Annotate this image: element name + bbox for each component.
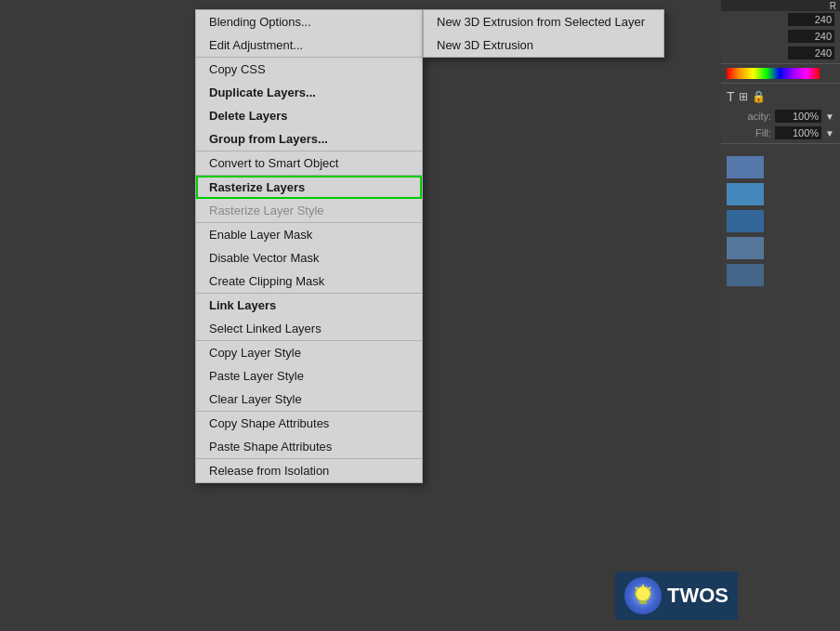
value-input-1[interactable] <box>788 13 834 26</box>
menu-section-6: Link Layers Select Linked Layers <box>196 294 422 341</box>
menu-section-1: Blending Options... Edit Adjustment... <box>196 10 422 58</box>
fill-row: Fill: ▼ <box>721 125 840 141</box>
layer-swatch-5 <box>727 264 764 286</box>
value-row-2 <box>721 28 840 45</box>
list-item <box>725 182 836 206</box>
menu-item-group-from-layers[interactable]: Group from Layers... <box>196 127 422 151</box>
color-gradient-bar <box>727 68 820 79</box>
panel-top-indicator: R <box>830 1 836 11</box>
menu-item-duplicate-layers[interactable]: Duplicate Layers... <box>196 81 422 104</box>
context-menu: Blending Options... Edit Adjustment... C… <box>195 9 423 483</box>
transform-icon[interactable]: ⊞ <box>739 90 748 103</box>
fill-label: Fill: <box>755 127 771 138</box>
layers-area <box>721 151 840 291</box>
twos-bulb-icon <box>624 577 662 614</box>
twos-text: TWOS <box>667 584 728 608</box>
menu-section-8: Copy Shape Attributes Paste Shape Attrib… <box>196 412 422 459</box>
menu-item-convert-smart[interactable]: Convert to Smart Object <box>196 151 422 175</box>
value-row-1 <box>721 11 840 28</box>
svg-line-3 <box>636 587 637 589</box>
submenu-section: New 3D Extrusion from Selected Layer New… <box>424 10 663 57</box>
menu-item-paste-shape-attrs[interactable]: Paste Shape Attributes <box>196 435 422 458</box>
layer-swatch-3 <box>727 210 764 232</box>
menu-section-2: Copy CSS Duplicate Layers... Delete Laye… <box>196 58 422 151</box>
menu-section-5: Enable Layer Mask Disable Vector Mask Cr… <box>196 223 422 294</box>
text-icon[interactable]: T <box>727 89 735 104</box>
submenu-item-new-3d-extrusion[interactable]: New 3D Extrusion <box>424 33 663 57</box>
value-row-3 <box>721 45 840 61</box>
twos-watermark: TWOS <box>615 572 738 620</box>
menu-item-link-layers[interactable]: Link Layers <box>196 294 422 317</box>
menu-item-blending-options[interactable]: Blending Options... <box>196 10 422 33</box>
menu-item-delete-layers[interactable]: Delete Layers <box>196 104 422 127</box>
menu-item-create-clipping-mask[interactable]: Create Clipping Mask <box>196 269 422 293</box>
opacity-row: acity: ▼ <box>721 108 840 125</box>
menu-item-release-isolation[interactable]: Release from Isolation <box>196 459 422 482</box>
right-panel: R T ⊞ 🔒 acity: ▼ Fill: ▼ <box>721 0 840 631</box>
tool-icons-row: T ⊞ 🔒 <box>721 85 840 108</box>
submenu-item-new-3d-extrusion-selected[interactable]: New 3D Extrusion from Selected Layer <box>424 10 663 33</box>
value-input-3[interactable] <box>788 46 834 59</box>
menu-section-9: Release from Isolation <box>196 459 422 482</box>
lock-icon[interactable]: 🔒 <box>752 90 766 103</box>
menu-item-paste-layer-style[interactable]: Paste Layer Style <box>196 364 422 388</box>
opacity-label: acity: <box>747 111 771 122</box>
menu-item-disable-vector-mask[interactable]: Disable Vector Mask <box>196 246 422 269</box>
submenu-panel: New 3D Extrusion from Selected Layer New… <box>423 9 664 58</box>
list-item <box>725 236 836 260</box>
menu-item-copy-layer-style[interactable]: Copy Layer Style <box>196 341 422 364</box>
opacity-input[interactable] <box>775 110 821 123</box>
svg-line-4 <box>649 587 650 589</box>
bulb-svg <box>629 582 657 610</box>
svg-rect-1 <box>639 601 647 604</box>
divider-3 <box>721 143 840 144</box>
menu-item-copy-css[interactable]: Copy CSS <box>196 58 422 81</box>
menu-item-enable-layer-mask[interactable]: Enable Layer Mask <box>196 223 422 246</box>
divider-2 <box>721 83 840 84</box>
fill-arrow[interactable]: ▼ <box>825 128 834 138</box>
menu-item-select-linked-layers[interactable]: Select Linked Layers <box>196 317 422 340</box>
opacity-arrow[interactable]: ▼ <box>825 112 834 122</box>
menu-item-rasterize-layers[interactable]: Rasterize Layers <box>196 176 422 199</box>
divider-1 <box>721 63 840 64</box>
layer-swatch-4 <box>727 237 764 259</box>
list-item <box>725 155 836 179</box>
layer-swatch-1 <box>727 156 764 178</box>
menu-item-copy-shape-attrs[interactable]: Copy Shape Attributes <box>196 412 422 435</box>
menu-section-4: Rasterize Layers Rasterize Layer Style <box>196 176 422 223</box>
menu-section-3: Convert to Smart Object <box>196 151 422 176</box>
fill-input[interactable] <box>775 126 821 139</box>
menu-item-clear-layer-style[interactable]: Clear Layer Style <box>196 388 422 411</box>
layer-swatch-2 <box>727 183 764 205</box>
value-input-2[interactable] <box>788 30 834 43</box>
list-item <box>725 209 836 233</box>
menu-section-7: Copy Layer Style Paste Layer Style Clear… <box>196 341 422 412</box>
menu-item-edit-adjustment[interactable]: Edit Adjustment... <box>196 33 422 57</box>
panel-top-bar: R <box>721 0 840 11</box>
list-item <box>725 263 836 287</box>
menu-item-rasterize-layer-style[interactable]: Rasterize Layer Style <box>196 199 422 222</box>
